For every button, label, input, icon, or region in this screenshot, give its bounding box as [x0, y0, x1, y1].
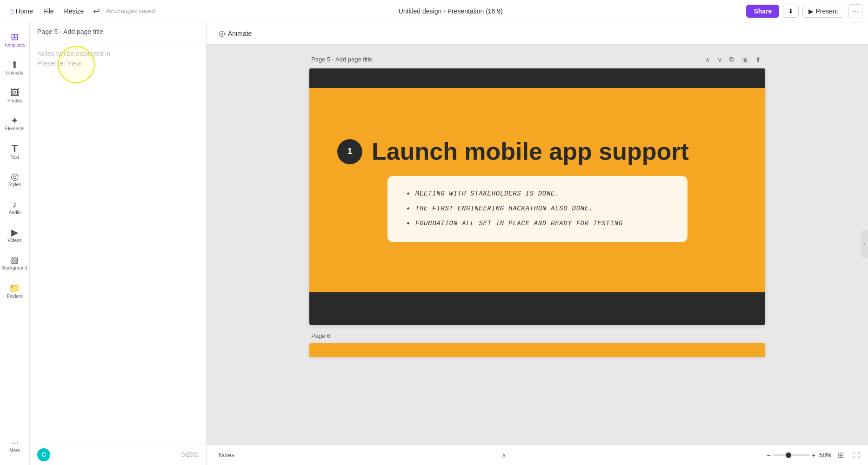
topbar-center: Untitled design - Presentation (16:9) [159, 7, 743, 15]
sidebar-item-audio[interactable]: ♪ Audio [1, 195, 29, 221]
char-count: 0/2000 [181, 452, 199, 458]
undo-button[interactable]: ↩ [90, 4, 103, 18]
sidebar-item-more[interactable]: ··· More [1, 432, 29, 458]
page-5-label-row: Page 5 - Add page title ∧ ∨ ⧉ 🗑 ⬆ [309, 54, 765, 65]
notes-tab-label: Notes [219, 452, 234, 458]
page-up-button[interactable]: ∧ [703, 54, 712, 65]
page-6-container: Page 6 [309, 332, 765, 357]
download-button[interactable]: ⬇ [783, 5, 799, 18]
page-down-button[interactable]: ∨ [715, 54, 724, 65]
main-layout: ⊞ Templates ⬆ Uploads 🖼 Photos ✦ Element… [0, 22, 868, 465]
sidebar-item-photos-label: Photos [7, 98, 22, 104]
right-collapse-button[interactable]: ‹ [861, 230, 868, 258]
sidebar-item-templates-label: Templates [4, 42, 26, 48]
slide-bullet-1: • Meeting with stakeholders is done. [406, 190, 669, 198]
topbar-right: Share ⬇ ▶ Present ··· [746, 4, 862, 18]
resize-menu-button[interactable]: Resize [60, 6, 88, 17]
canvas-area: ◎ Animate Page 5 - Add page title ∧ ∨ ⧉ … [207, 22, 868, 465]
zoom-out-button[interactable]: − [767, 452, 771, 459]
slide-6-partial[interactable] [309, 343, 765, 357]
document-title: Untitled design - Presentation (16:9) [399, 7, 503, 15]
zoom-slider[interactable]: − + [767, 452, 815, 459]
slide-number-circle: 1 [337, 139, 362, 164]
elements-icon: ✦ [11, 116, 19, 125]
bottom-bar: Notes ∧ − + 58% ⊞ ⛶ [207, 445, 868, 465]
notes-char-count-bar: C 0/2000 [30, 444, 206, 465]
audio-icon: ♪ [13, 200, 17, 209]
sidebar-item-elements[interactable]: ✦ Elements [1, 111, 29, 137]
page-5-actions: ∧ ∨ ⧉ 🗑 ⬆ [703, 54, 763, 65]
slide-main: 1 Launch mobile app support • Meeting wi… [309, 88, 765, 292]
page-6-label: Page 6 [311, 332, 330, 339]
bullet-dot-1: • [406, 190, 411, 198]
sidebar-item-uploads-label: Uploads [6, 70, 23, 76]
animate-toolbar: ◎ Animate [207, 22, 868, 45]
animate-icon: ◎ [219, 29, 225, 38]
sidebar-item-background-label: Background [2, 265, 27, 271]
play-icon: ▶ [808, 7, 814, 15]
page-share-button[interactable]: ⬆ [753, 54, 763, 65]
slide-bullet-2: • The first engineering hackathon also d… [406, 205, 669, 213]
slide-top-bar [309, 68, 765, 88]
sidebar-item-audio-label: Audio [9, 210, 21, 216]
sidebar-item-videos-label: Videos [7, 238, 21, 243]
autosave-status: All changes saved [106, 7, 155, 14]
folders-icon: 📁 [9, 283, 20, 293]
page-copy-button[interactable]: ⧉ [727, 54, 736, 65]
topbar: ⌂ Home File Resize ↩ All changes saved U… [0, 0, 868, 22]
download-icon: ⬇ [788, 7, 794, 15]
bullet-dot-3: • [406, 220, 411, 228]
page-delete-button[interactable]: 🗑 [739, 54, 750, 65]
slide-title: Launch mobile app support [372, 138, 689, 165]
zoom-track[interactable] [773, 454, 810, 456]
notes-page-label: Page 5 - Add page title [37, 28, 103, 35]
zoom-thumb [786, 452, 791, 458]
file-menu-button[interactable]: File [40, 6, 58, 17]
bottom-center: ∧ [500, 450, 508, 461]
photos-icon: 🖼 [10, 88, 20, 97]
sidebar-item-styles[interactable]: ◎ Styles [1, 167, 29, 193]
notes-header: Page 5 - Add page title [30, 22, 206, 41]
scroll-area[interactable]: Page 5 - Add page title ∧ ∨ ⧉ 🗑 ⬆ [207, 45, 868, 445]
present-button[interactable]: ▶ Present [802, 5, 844, 18]
home-button[interactable]: ⌂ Home [6, 5, 37, 17]
bottom-right: − + 58% ⊞ ⛶ [767, 449, 862, 461]
sidebar-item-more-label: More [9, 448, 20, 453]
sidebar-item-text[interactable]: T Text [1, 139, 29, 165]
sidebar-item-photos[interactable]: 🖼 Photos [1, 83, 29, 109]
page-5-label: Page 5 - Add page title [311, 56, 373, 63]
notes-tab-button[interactable]: Notes [212, 449, 241, 461]
templates-icon: ⊞ [11, 32, 19, 41]
sidebar-item-elements-label: Elements [5, 126, 25, 132]
home-label: Home [16, 7, 33, 15]
slide-bottom-bar [309, 292, 765, 325]
canva-badge: C [37, 448, 50, 461]
zoom-in-button[interactable]: + [812, 452, 815, 459]
text-icon: T [12, 143, 18, 154]
styles-icon: ◎ [11, 172, 19, 181]
sidebar-item-styles-label: Styles [8, 182, 21, 188]
sidebar-item-text-label: Text [10, 155, 19, 160]
sidebar-item-uploads[interactable]: ⬆ Uploads [1, 55, 29, 81]
topbar-left: ⌂ Home File Resize ↩ All changes saved [6, 4, 155, 18]
fullscreen-button[interactable]: ⛶ [850, 450, 862, 461]
slide-5[interactable]: 1 Launch mobile app support • Meeting wi… [309, 68, 765, 325]
notes-content[interactable]: Notes will be displayed in Presenter Vie… [30, 41, 206, 444]
sidebar-item-videos[interactable]: ▶ Videos [1, 222, 29, 249]
bullet-dot-2: • [406, 205, 411, 213]
page-5-container: Page 5 - Add page title ∧ ∨ ⧉ 🗑 ⬆ [309, 54, 765, 325]
sidebar-item-templates[interactable]: ⊞ Templates [1, 27, 29, 53]
home-icon: ⌂ [9, 7, 14, 15]
grid-toggle-button[interactable]: ⊞ [835, 449, 847, 461]
animate-button[interactable]: ◎ Animate [214, 26, 256, 40]
collapse-panel-button[interactable]: ∧ [500, 450, 508, 461]
zoom-level-label: 58% [819, 452, 831, 458]
notes-panel: Page 5 - Add page title Notes will be di… [30, 22, 207, 465]
sidebar-item-background[interactable]: ▨ Background [1, 250, 29, 276]
share-button[interactable]: Share [746, 5, 779, 18]
bottom-left: Notes [212, 449, 241, 461]
fullscreen-icon: ⛶ [853, 452, 860, 459]
sidebar-item-folders[interactable]: 📁 Folders [1, 278, 29, 304]
grid-icon: ⊞ [838, 451, 844, 459]
more-options-button[interactable]: ··· [848, 4, 862, 18]
